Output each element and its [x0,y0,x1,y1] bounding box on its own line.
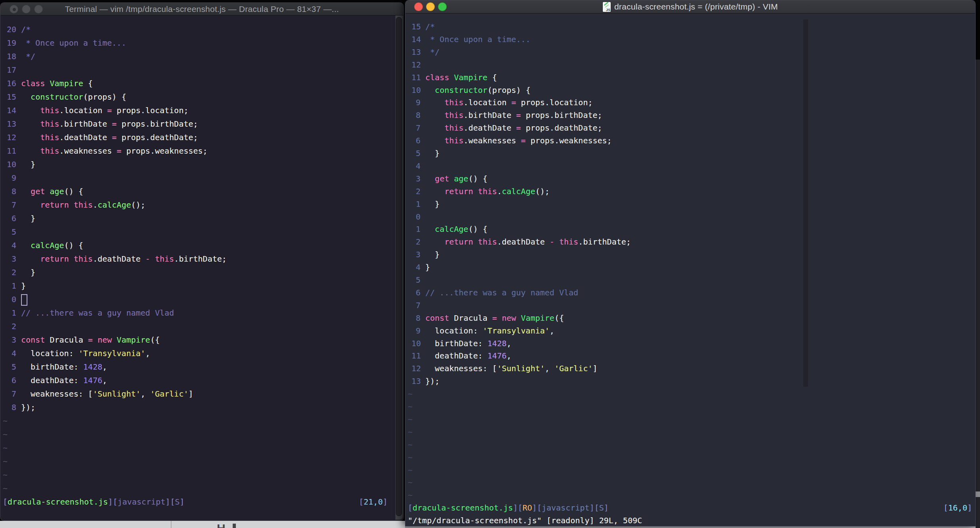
code-token: ({ [554,313,564,323]
terminal-vim-window: Terminal — vim /tmp/dracula-screenshot.j… [0,2,404,521]
code-line: 0 [405,210,975,223]
scrollbar-track[interactable] [395,15,403,520]
code-token: get [31,187,45,196]
line-number: 12 [0,131,16,144]
code-token: get [435,174,449,183]
code-token: this [73,200,93,210]
code-token [112,335,117,345]
code-token: ][ [590,503,599,513]
background-window-text-fragment [233,524,236,528]
code-line: 13 this.birthDate = props.birthDate; [0,117,403,131]
code-token [93,335,98,345]
code-token [425,174,435,183]
code-token [449,174,454,183]
code-line: 10 constructor(props) { [405,84,975,96]
code-line: 14 this.location = props.location; [0,104,403,117]
code-token: ] [188,389,193,399]
line-number: 3 [405,172,421,185]
code-line: 18 */ [0,50,403,63]
code-token: .weaknesses [59,146,117,156]
line-number: 1 [0,306,16,320]
line-number: 9 [0,171,16,185]
tilde-line: ~ [405,476,975,489]
tilde-marker: ~ [408,414,413,424]
tilde-line: ~ [0,414,403,428]
tilde-marker: ~ [408,465,413,475]
code-token: = [492,313,497,323]
code-line: 7 [405,299,975,312]
code-line: 6 } [0,212,403,225]
code-token: }); [425,376,440,386]
code-token: ] [967,503,972,513]
code-token [21,200,40,210]
code-token [554,237,559,247]
code-token: .deathDate [93,254,145,264]
line-number: 9 [405,324,421,337]
cursor-position-indicator: [16,0] [943,501,972,514]
tilde-marker: ~ [408,490,413,500]
code-token: (props) { [488,85,531,95]
code-token [21,133,40,142]
code-token [425,110,444,120]
tilde-marker: ~ [408,427,413,437]
vim-editor-right[interactable]: 15/*14 * Once upon a time...13 */1211cla… [405,0,975,526]
line-number: 14 [405,33,421,46]
code-token [473,187,478,196]
code-token: */ [425,47,440,57]
code-line: 8 this.birthDate = props.birthDate; [405,109,975,121]
code-token: new [98,335,112,345]
code-line: 6 this.weaknesses = props.weaknesses; [405,134,975,147]
code-token: { [488,73,497,82]
code-token: }); [21,403,35,412]
line-number: 15 [0,90,16,104]
line-number: 2 [405,235,421,248]
code-token: .deathDate [463,123,516,133]
code-line: 2 return this.calcAge(); [405,185,975,198]
code-token: = [521,136,526,145]
code-line: 19 * Once upon a time... [0,36,403,50]
line-number: 8 [405,312,421,324]
code-token: , [141,389,150,399]
code-token: weaknesses: [ [425,364,497,373]
code-line: 5 [0,225,403,239]
code-token: // ...there was a guy named Vlad [425,288,578,297]
code-token: this [444,98,463,107]
code-token [69,200,73,210]
code-line: 11class Vampire { [405,71,975,84]
background-right-edge-blip [976,491,980,497]
code-token [21,119,40,129]
code-token: . [497,187,502,196]
code-token: 16,0 [948,503,967,513]
code-token [425,224,435,234]
code-line: 8const Dracula = new Vampire({ [405,312,975,324]
line-number: 4 [405,261,421,274]
code-token: this [40,133,59,142]
line-number: 12 [405,58,421,71]
code-token: 21,0 [364,497,383,507]
code-line: 5 [405,274,975,286]
code-line: 9 this.location = props.location; [405,96,975,109]
vim-editor-left[interactable]: 20/*19 * Once upon a time...18 */1716cla… [0,3,403,520]
code-token: = [112,119,117,129]
scrollbar-thumb[interactable] [396,17,402,516]
code-token: Vampire [521,313,554,323]
code-token: = [511,98,516,107]
code-token [45,187,50,196]
background-right-edge-top [976,0,980,60]
line-number: 18 [0,50,16,63]
line-number: 2 [405,185,421,198]
code-line: 9 location: 'Transylvania', [405,324,975,337]
code-line: 12 weaknesses: ['Sunlight', 'Garlic'] [405,362,975,375]
code-line: 2 return this.deathDate - this.birthDate… [405,235,975,248]
code-token: () { [468,224,487,234]
code-token: props.birthDate; [521,110,602,120]
line-number: 3 [0,333,16,347]
code-token: Vampire [454,73,487,82]
code-token [45,79,50,88]
file-info-message: "/tmp/dracula-screenshot.js" [readonly] … [408,516,642,525]
code-token: ] [604,503,609,513]
desktop-screen: H Terminal — vim /tmp/dracula-screenshot… [0,0,980,528]
code-line: 3 return this.deathDate - this.birthDate… [0,252,403,266]
code-token: Vampire [117,335,150,345]
code-token [21,106,40,115]
